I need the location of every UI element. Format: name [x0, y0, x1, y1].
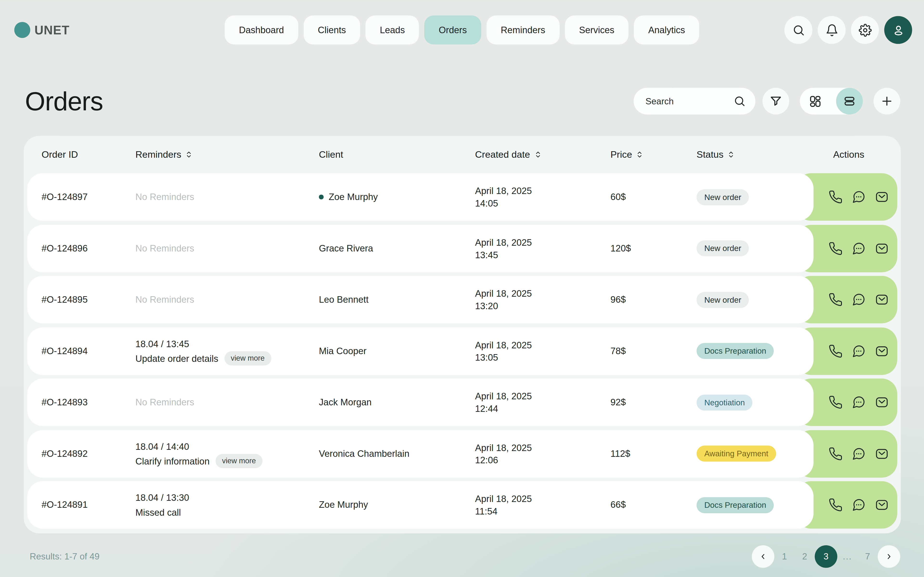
created-time: 12:06	[475, 454, 498, 466]
order-id: #O-124891	[42, 481, 87, 529]
email-button[interactable]	[875, 293, 889, 307]
email-button[interactable]	[875, 395, 889, 409]
next-page-button[interactable]	[878, 545, 900, 567]
price-cell: 92$	[611, 379, 626, 426]
order-id: #O-124892	[42, 430, 87, 477]
status-badge: New order	[696, 292, 749, 308]
call-button[interactable]	[829, 344, 843, 358]
created-date: April 18, 2025	[475, 441, 532, 454]
call-button[interactable]	[829, 498, 843, 512]
row-main: #O-124894 18.04 / 13:45 Update order det…	[27, 327, 814, 375]
email-button[interactable]	[875, 190, 889, 204]
sort-icon[interactable]	[728, 150, 734, 159]
chat-button[interactable]	[851, 190, 866, 204]
search-icon[interactable]	[733, 95, 746, 108]
chat-button[interactable]	[851, 293, 866, 307]
orders-table-card: Order ID Reminders Client Created date P…	[24, 136, 901, 533]
chat-button[interactable]	[851, 395, 866, 409]
created-date-cell: April 18, 2025 13:45	[475, 224, 532, 272]
client-cell: Zoe Murphy	[319, 173, 378, 221]
add-order-button[interactable]	[874, 88, 900, 114]
call-button[interactable]	[829, 190, 843, 204]
price-cell: 112$	[611, 430, 630, 477]
nav-item-services[interactable]: Services	[565, 15, 628, 45]
reminders-cell: No Reminders	[136, 379, 194, 426]
order-id: #O-124897	[42, 173, 87, 221]
email-button[interactable]	[875, 344, 889, 358]
chat-button[interactable]	[851, 446, 866, 461]
table-row: #O-124895 No Reminders Leo Bennett April…	[27, 276, 897, 323]
column-header-status: Status	[696, 136, 734, 173]
phone-icon	[829, 241, 843, 255]
page-number[interactable]: 3	[815, 545, 837, 567]
chat-button[interactable]	[851, 498, 866, 512]
nav-item-orders[interactable]: Orders	[425, 15, 481, 45]
client-cell: Veronica Chamberlain	[319, 430, 409, 477]
page-number[interactable]: 7	[858, 545, 878, 567]
sort-icon[interactable]	[637, 150, 643, 159]
created-date: April 18, 2025	[475, 492, 532, 505]
nav-item-analytics[interactable]: Analytics	[634, 15, 699, 45]
client-name: Zoe Murphy	[329, 192, 378, 202]
chat-icon	[851, 395, 866, 409]
page-number[interactable]: 1	[774, 545, 795, 567]
email-button[interactable]	[875, 498, 889, 512]
reminder-text: Missed call	[136, 505, 181, 520]
main-nav: Dashboard Clients Leads Orders Reminders…	[225, 15, 699, 45]
table-body: #O-124897 No Reminders Zoe Murphy April …	[24, 173, 901, 529]
nav-item-clients[interactable]: Clients	[304, 15, 360, 45]
view-more-button[interactable]: view more	[216, 454, 263, 468]
status-cell: Negotiation	[696, 379, 753, 426]
chat-button[interactable]	[851, 344, 866, 358]
column-header-client: Client	[319, 136, 343, 173]
created-time: 12:44	[475, 402, 498, 415]
grid-view-button[interactable]	[800, 88, 829, 114]
results-count: Results: 1-7 of 49	[30, 551, 99, 561]
avatar-button[interactable]	[884, 16, 912, 44]
client-cell: Mia Cooper	[319, 327, 367, 375]
created-time: 13:05	[475, 351, 498, 364]
nav-item-reminders[interactable]: Reminders	[486, 15, 559, 45]
sort-icon[interactable]	[186, 150, 192, 159]
topbar: UNET Dashboard Clients Leads Orders Remi…	[0, 0, 924, 60]
page-ellipsis[interactable]: ...	[837, 545, 858, 567]
order-id: #O-124893	[42, 379, 87, 426]
client-status-dot	[319, 195, 323, 199]
notifications-button[interactable]	[817, 16, 846, 44]
created-date-cell: April 18, 2025 13:05	[475, 327, 532, 375]
email-button[interactable]	[875, 241, 889, 255]
column-header-order-id: Order ID	[42, 136, 78, 173]
call-button[interactable]	[829, 293, 843, 307]
reminder: 18.04 / 14:40 Clarify information view m…	[136, 439, 263, 468]
table-row: #O-124896 No Reminders Grace Rivera Apri…	[27, 224, 897, 272]
status-badge: Docs Preparation	[696, 497, 774, 513]
row-main: #O-124892 18.04 / 14:40 Clarify informat…	[27, 430, 814, 477]
client-name: Mia Cooper	[319, 346, 367, 356]
page-number[interactable]: 2	[795, 545, 815, 567]
settings-button[interactable]	[851, 16, 879, 44]
brand-logo[interactable]: UNET	[14, 22, 69, 38]
email-button[interactable]	[875, 446, 889, 461]
created-date: April 18, 2025	[475, 185, 532, 197]
reminders-cell: No Reminders	[136, 224, 194, 272]
call-button[interactable]	[829, 395, 843, 409]
prev-page-button[interactable]	[752, 545, 774, 567]
search-box	[633, 88, 755, 114]
nav-item-leads[interactable]: Leads	[365, 15, 419, 45]
call-button[interactable]	[829, 241, 843, 255]
filter-button[interactable]	[762, 88, 789, 114]
chat-button[interactable]	[851, 241, 866, 255]
call-button[interactable]	[829, 446, 843, 461]
phone-icon	[829, 293, 843, 307]
brand-name: UNET	[34, 23, 69, 37]
client-cell: Jack Morgan	[319, 379, 372, 426]
created-date: April 18, 2025	[475, 338, 532, 351]
view-toggle	[800, 88, 863, 114]
page-title: Orders	[25, 86, 103, 116]
search-button[interactable]	[784, 16, 813, 44]
nav-item-dashboard[interactable]: Dashboard	[225, 15, 298, 45]
sort-icon[interactable]	[535, 150, 541, 159]
view-more-button[interactable]: view more	[224, 351, 271, 366]
reminder-text: Clarify information	[136, 454, 210, 469]
list-view-button[interactable]	[836, 88, 863, 114]
